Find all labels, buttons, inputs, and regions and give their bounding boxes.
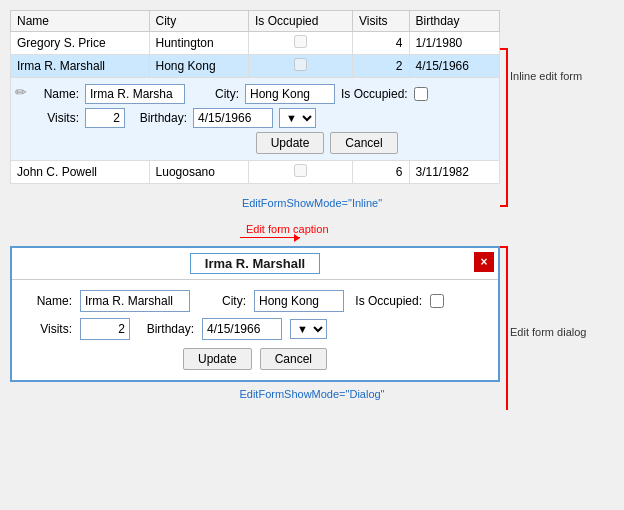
dialog-box: Irma R. Marshall × Name: City: Is Occupi… [10, 246, 500, 382]
dialog-row-1: Name: City: Is Occupied: [24, 290, 486, 312]
col-birthday: Birthday [409, 11, 499, 32]
cell-name: John C. Powell [11, 161, 150, 184]
occupied-check[interactable] [294, 58, 307, 71]
inline-edit-row: ✏ Name: City: Is Occupied: [11, 78, 500, 161]
inline-edit-cell: ✏ Name: City: Is Occupied: [11, 78, 500, 161]
cell-visits: 6 [353, 161, 409, 184]
inline-section: Name City Is Occupied Visits Birthday Gr… [10, 10, 614, 187]
dialog-occupied-checkbox[interactable] [430, 294, 444, 308]
brace-bottom-inline [500, 205, 508, 207]
dialog-birthday-label: Birthday: [146, 322, 194, 336]
table-row-selected[interactable]: Irma R. Marshall Hong Kong 2 4/15/1966 [11, 55, 500, 78]
dialog-birthday-input[interactable] [202, 318, 282, 340]
birthday-dropdown[interactable]: ▼ [279, 108, 316, 128]
dialog-title: Irma R. Marshall [190, 253, 320, 274]
cell-occupied [249, 32, 353, 55]
dialog-actions: Update Cancel [24, 348, 486, 370]
table-row[interactable]: Gregory S. Price Huntington 4 1/1/1980 [11, 32, 500, 55]
cell-name: Gregory S. Price [11, 32, 150, 55]
visits-input[interactable] [85, 108, 125, 128]
cell-birthday: 4/15/1966 [409, 55, 499, 78]
cell-name: Irma R. Marshall [11, 55, 150, 78]
dialog-visits-label: Visits: [24, 322, 72, 336]
edit-actions: Update Cancel [31, 132, 398, 154]
name-label: Name: [31, 87, 79, 101]
caption-annotation: Edit form caption [10, 223, 614, 243]
red-vline-inline [506, 48, 508, 206]
occupied-check[interactable] [294, 164, 307, 177]
dialog-mode-label: EditFormShowMode="Dialog" [10, 388, 614, 400]
city-label: City: [191, 87, 239, 101]
col-visits: Visits [353, 11, 409, 32]
is-occupied-checkbox[interactable] [414, 87, 428, 101]
cell-birthday: 1/1/1980 [409, 32, 499, 55]
grid-table: Name City Is Occupied Visits Birthday Gr… [10, 10, 500, 184]
brace-top-inline [500, 48, 508, 50]
dialog-birthday-dropdown[interactable]: ▼ [290, 319, 327, 339]
red-vline-dialog [506, 246, 508, 410]
birthday-input[interactable] [193, 108, 273, 128]
inline-edit-form: Name: City: Is Occupied: Visits: [31, 84, 428, 154]
edit-row-1: Name: City: Is Occupied: [31, 84, 428, 104]
visits-label: Visits: [31, 111, 79, 125]
col-name: Name [11, 11, 150, 32]
cell-city: Luogosano [149, 161, 249, 184]
col-occupied: Is Occupied [249, 11, 353, 32]
dialog-body: Name: City: Is Occupied: Visits: Birthda… [12, 280, 498, 380]
dialog-titlebar: Irma R. Marshall × [12, 248, 498, 280]
dialog-row-2: Visits: Birthday: ▼ [24, 318, 486, 340]
city-input[interactable] [245, 84, 335, 104]
dialog-form-label: Edit form dialog [510, 326, 624, 338]
dialog-occupied-label: Is Occupied: [352, 294, 422, 308]
inline-form-label: Inline edit form [510, 70, 624, 82]
brace-top-dialog [500, 246, 508, 248]
cell-city: Huntington [149, 32, 249, 55]
name-input[interactable] [85, 84, 185, 104]
cell-occupied [249, 161, 353, 184]
dialog-close-button[interactable]: × [474, 252, 494, 272]
dialog-name-input[interactable] [80, 290, 190, 312]
birthday-label: Birthday: [139, 111, 187, 125]
occupied-label: Is Occupied: [341, 87, 408, 101]
cell-visits: 4 [353, 32, 409, 55]
cell-city: Hong Kong [149, 55, 249, 78]
pencil-icon: ✏ [15, 84, 27, 100]
dialog-section: Edit form caption Irma R. Marshall × Nam… [10, 223, 614, 382]
inline-mode-label: EditFormShowMode="Inline" [10, 197, 614, 209]
cell-birthday: 3/11/1982 [409, 161, 499, 184]
cell-visits: 2 [353, 55, 409, 78]
dialog-visits-input[interactable] [80, 318, 130, 340]
dialog-update-button[interactable]: Update [183, 348, 252, 370]
edit-row-2: Visits: Birthday: ▼ [31, 108, 428, 128]
cancel-button[interactable]: Cancel [330, 132, 397, 154]
table-row[interactable]: John C. Powell Luogosano 6 3/11/1982 [11, 161, 500, 184]
dialog-cancel-button[interactable]: Cancel [260, 348, 327, 370]
dialog-name-label: Name: [24, 294, 72, 308]
update-button[interactable]: Update [256, 132, 325, 154]
occupied-check[interactable] [294, 35, 307, 48]
dialog-city-input[interactable] [254, 290, 344, 312]
col-city: City [149, 11, 249, 32]
dialog-city-label: City: [198, 294, 246, 308]
caption-text: Edit form caption [246, 223, 329, 235]
cell-occupied [249, 55, 353, 78]
